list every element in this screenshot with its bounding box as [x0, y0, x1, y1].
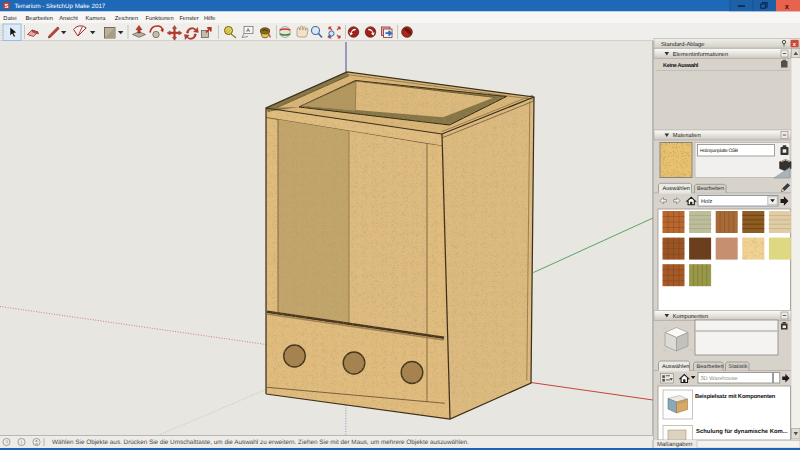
svg-text:Auswählen: Auswählen [662, 363, 689, 370]
svg-text:Komponenten: Komponenten [673, 314, 708, 320]
svg-text:Bearbeiten: Bearbeiten [697, 185, 724, 192]
svg-text:Funktionen: Funktionen [146, 15, 174, 22]
svg-text:i: i [21, 440, 22, 446]
svg-text:Fenster: Fenster [179, 16, 198, 22]
svg-text:Terrarium - SketchUp Make 2017: Terrarium - SketchUp Make 2017 [15, 3, 106, 10]
svg-text:Hilfe: Hilfe [204, 15, 215, 22]
svg-text:Elementinformationen: Elementinformationen [673, 51, 728, 58]
svg-text:Holzspanplatte OSB: Holzspanplatte OSB [700, 148, 738, 154]
svg-text:Auswählen: Auswählen [663, 185, 690, 192]
svg-text:Schulung für dynamische Kom...: Schulung für dynamische Kom... [696, 428, 788, 435]
svg-text:Standard-Ablage: Standard-Ablage [661, 41, 705, 48]
svg-text:Holz: Holz [701, 198, 712, 205]
svg-text:Wählen Sie Objekte aus. Drücke: Wählen Sie Objekte aus. Drücken Sie die … [52, 439, 469, 446]
svg-text:S: S [5, 3, 9, 10]
svg-text:A: A [246, 28, 250, 34]
svg-text:Statistik: Statistik [729, 364, 748, 370]
svg-text:Kamera: Kamera [86, 16, 107, 22]
svg-text:Bearbeiten: Bearbeiten [697, 363, 724, 370]
svg-text:Maßangaben: Maßangaben [657, 441, 692, 448]
svg-text:Beispielsatz mit Komponenten: Beispielsatz mit Komponenten [695, 393, 776, 400]
svg-text:Keine Auswahl: Keine Auswahl [663, 62, 699, 69]
svg-text:Zeichnen: Zeichnen [115, 15, 138, 22]
svg-text:Ansicht: Ansicht [59, 15, 78, 22]
svg-text:Datei: Datei [3, 15, 16, 22]
svg-text:Materialien: Materialien [673, 132, 701, 139]
svg-text:Bearbeiten: Bearbeiten [26, 15, 54, 22]
svg-text:?: ? [5, 440, 8, 446]
svg-text:3D Warehouse: 3D Warehouse [701, 375, 738, 382]
